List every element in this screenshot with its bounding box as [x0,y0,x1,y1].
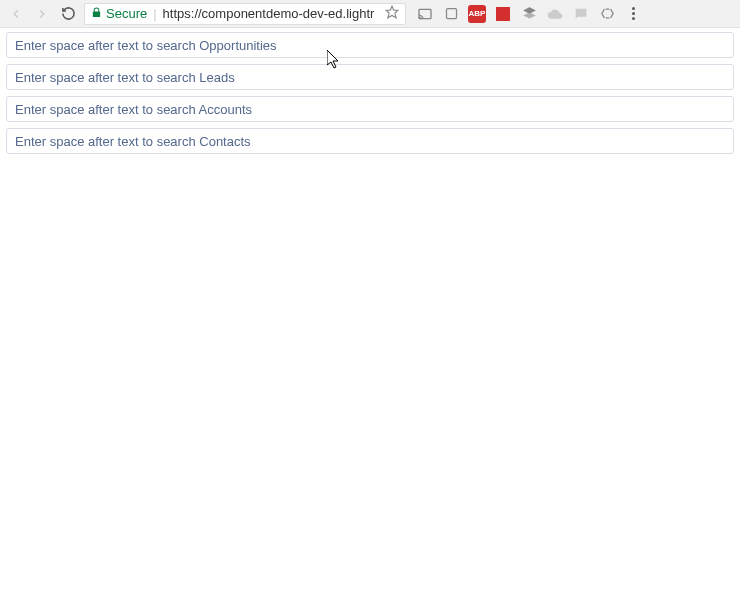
browser-toolbar: Secure | https://componentdemo-dev-ed.li… [0,0,740,28]
back-button[interactable] [4,2,28,26]
chrome-menu[interactable] [624,5,642,23]
cast-icon[interactable] [416,5,434,23]
cloud-icon[interactable] [546,5,564,23]
forward-button[interactable] [30,2,54,26]
svg-rect-2 [446,9,456,19]
accounts-search-input[interactable] [6,96,734,122]
extension-icons: ABP [416,5,642,23]
chat-icon[interactable] [572,5,590,23]
page-content [0,28,740,164]
address-divider: | [153,6,156,21]
url-text: https://componentdemo-dev-ed.lightr [163,6,375,21]
contacts-search-input[interactable] [6,128,734,154]
extension-square-icon[interactable] [442,5,460,23]
recycle-icon[interactable] [598,5,616,23]
adblock-icon[interactable]: ABP [468,5,486,23]
lock-icon [91,6,102,21]
opportunities-search-input[interactable] [6,32,734,58]
buffer-icon[interactable] [520,5,538,23]
reload-button[interactable] [56,2,80,26]
bookmark-star-icon[interactable] [381,5,399,22]
secure-label: Secure [106,6,147,21]
address-bar[interactable]: Secure | https://componentdemo-dev-ed.li… [84,3,406,25]
red-extension-icon[interactable] [494,5,512,23]
svg-marker-0 [386,6,398,18]
leads-search-input[interactable] [6,64,734,90]
